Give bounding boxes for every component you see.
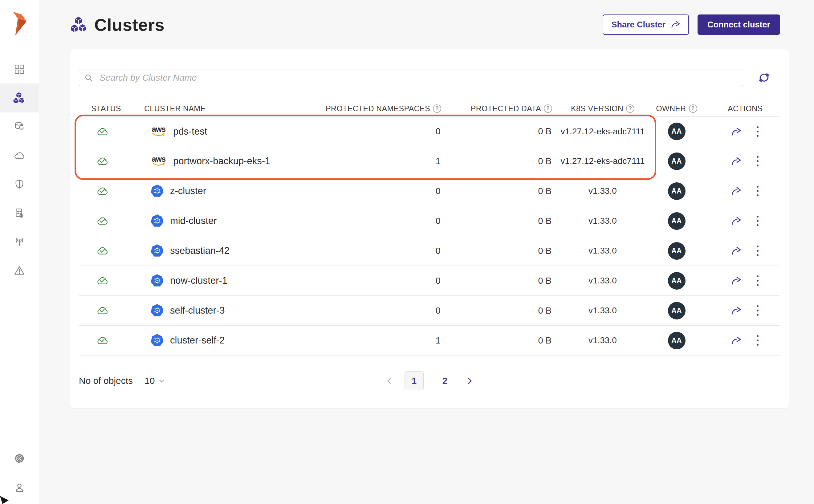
table-row[interactable]: aws z-cluster 0 0 B v1.33.0 — [79, 176, 780, 206]
app-window: Clusters Share Cluster Connect cluster — [0, 0, 814, 504]
share-action-icon[interactable] — [731, 336, 741, 345]
prev-page-button[interactable] — [387, 377, 394, 384]
table-footer: No of objects 10 1 2 — [79, 369, 780, 392]
protected-namespaces-value: 0 — [332, 206, 442, 236]
cluster-name: pds-test — [173, 126, 207, 137]
more-actions-icon[interactable] — [755, 185, 760, 197]
table-row[interactable]: aws pds-test 0 0 B v1.27.12- — [79, 116, 780, 146]
chevron-down-icon — [159, 377, 164, 382]
cluster-name: z-cluster — [170, 185, 206, 197]
help-icon[interactable]: ? — [433, 104, 441, 113]
table-row[interactable]: aws now-cluster-1 0 0 B v1.3 — [79, 266, 780, 296]
status-healthy-icon — [96, 216, 109, 226]
sidebar-item-alerts[interactable] — [0, 256, 39, 285]
page-size-dropdown[interactable]: 10 — [144, 376, 162, 386]
connect-cluster-button[interactable]: Connect cluster — [698, 14, 780, 35]
share-cluster-label: Share Cluster — [611, 20, 665, 30]
next-page-button[interactable] — [465, 377, 472, 384]
aws-icon: aws — [150, 156, 167, 166]
protected-data-value: 0 B — [442, 176, 553, 206]
clusters-icon — [13, 92, 26, 104]
kubernetes-icon — [150, 304, 164, 317]
share-cluster-button[interactable]: Share Cluster — [603, 14, 689, 35]
more-actions-icon[interactable] — [755, 304, 760, 317]
table-body: aws pds-test 0 0 B v1.27.12- — [79, 116, 780, 356]
share-action-icon[interactable] — [731, 157, 741, 165]
share-action-icon[interactable] — [731, 127, 741, 136]
owner-avatar: AA — [668, 302, 686, 319]
table-row[interactable]: aws portworx-backup-eks-1 1 0 B — [79, 146, 780, 176]
search-icon — [84, 74, 93, 82]
protected-namespaces-value: 1 — [332, 326, 442, 355]
search-input[interactable] — [79, 70, 743, 86]
share-action-icon[interactable] — [731, 246, 741, 255]
owner-avatar: AA — [668, 182, 686, 200]
mouse-cursor — [0, 495, 9, 504]
column-header-status: STATUS — [79, 104, 131, 113]
cluster-name: self-cluster-3 — [170, 305, 225, 316]
portworx-logo[interactable] — [12, 11, 26, 36]
share-icon — [670, 21, 680, 29]
more-actions-icon[interactable] — [755, 155, 760, 168]
aws-icon: aws — [150, 126, 167, 136]
page-1-button[interactable]: 1 — [405, 371, 424, 390]
more-actions-icon[interactable] — [755, 334, 760, 347]
protected-namespaces-value: 0 — [332, 236, 442, 266]
k8s-version-value: v1.33.0 — [553, 296, 652, 325]
table-row[interactable]: aws mid-cluster 0 0 B v1.33. — [79, 206, 780, 236]
portworx-logo-icon — [12, 11, 26, 36]
protected-data-value: 0 B — [442, 206, 553, 236]
protected-data-value: 0 B — [442, 266, 553, 295]
protected-data-value: 0 B — [442, 296, 553, 325]
help-icon[interactable]: ? — [626, 104, 634, 113]
kubernetes-icon — [150, 244, 164, 258]
kubernetes-icon — [150, 274, 164, 287]
page-title: Clusters — [94, 15, 165, 35]
table-row[interactable]: aws self-cluster-3 0 0 B v1. — [79, 296, 780, 326]
column-header-owner: OWNER? — [652, 104, 701, 113]
owner-avatar: AA — [668, 332, 686, 349]
sidebar-item-rules[interactable] — [0, 199, 39, 228]
page-size-value: 10 — [144, 376, 155, 386]
cloud-icon — [14, 151, 25, 160]
kubernetes-icon — [150, 184, 164, 198]
protected-namespaces-value: 0 — [332, 266, 442, 295]
page-2-button[interactable]: 2 — [435, 371, 454, 390]
sidebar-item-backups[interactable] — [0, 112, 39, 141]
more-actions-icon[interactable] — [755, 274, 760, 287]
antenna-icon — [14, 237, 25, 247]
status-healthy-icon — [96, 156, 109, 166]
status-healthy-icon — [96, 335, 109, 345]
help-icon[interactable]: ? — [689, 104, 697, 113]
status-healthy-icon — [96, 246, 109, 256]
share-action-icon[interactable] — [731, 187, 741, 195]
column-header-actions: ACTIONS — [701, 104, 780, 113]
share-action-icon[interactable] — [731, 276, 741, 285]
column-header-protected-namespaces: PROTECTED NAMESPACES? — [332, 104, 442, 113]
share-action-icon[interactable] — [731, 306, 741, 315]
table-row[interactable]: aws ssebastian-42 0 0 B v1.3 — [79, 236, 780, 266]
more-actions-icon[interactable] — [755, 244, 760, 257]
page-header: Clusters Share Cluster Connect cluster — [70, 12, 780, 37]
cluster-name: ssebastian-42 — [170, 245, 230, 256]
clusters-page-icon — [70, 16, 88, 33]
protected-namespaces-value: 0 — [332, 176, 442, 206]
table-row[interactable]: aws cluster-self-2 1 0 B v1. — [79, 326, 780, 356]
more-actions-icon[interactable] — [755, 125, 760, 138]
share-action-icon[interactable] — [731, 217, 741, 225]
sidebar-item-cloud-accounts[interactable] — [0, 141, 39, 170]
more-actions-icon[interactable] — [755, 214, 760, 227]
refresh-button[interactable] — [757, 71, 771, 84]
sidebar-item-broadcast[interactable] — [0, 227, 39, 256]
k8s-version-value: v1.27.12-eks-adc7111 — [553, 117, 652, 146]
protected-data-value: 0 B — [442, 326, 553, 355]
k8s-version-value: v1.33.0 — [553, 236, 652, 266]
sidebar-item-clusters[interactable] — [0, 83, 39, 112]
help-icon[interactable]: ? — [544, 104, 552, 113]
owner-avatar: AA — [668, 242, 686, 260]
sidebar-item-security[interactable] — [0, 170, 39, 199]
column-header-cluster-name: CLUSTER NAME — [131, 104, 332, 113]
sidebar-item-dashboard[interactable] — [0, 55, 39, 84]
person-icon — [14, 482, 25, 493]
sidebar-item-settings[interactable] — [0, 444, 39, 473]
